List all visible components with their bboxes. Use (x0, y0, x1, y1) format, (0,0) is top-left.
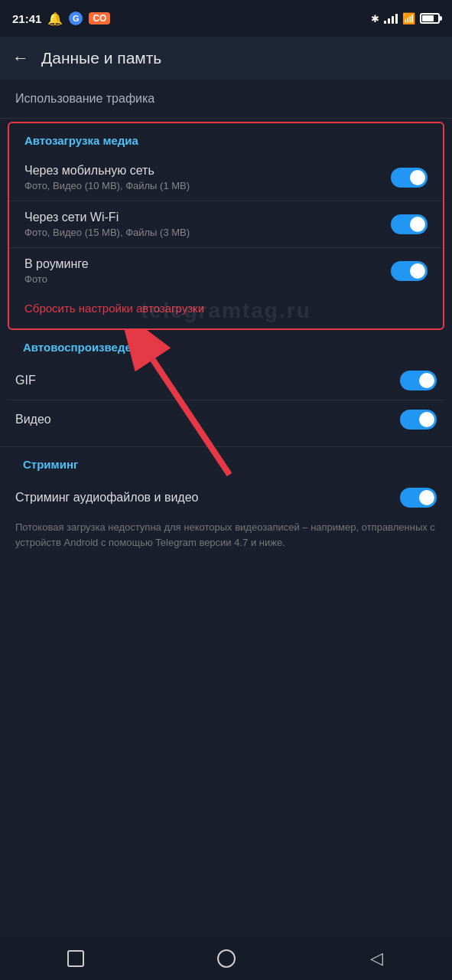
home-button[interactable] (207, 947, 246, 970)
status-bar: 21:41 🔔 G CO ✱ 📶 (0, 0, 452, 37)
streaming-row[interactable]: Стриминг аудиофайлов и видео (8, 479, 444, 517)
notification-bell-icon: 🔔 (47, 11, 63, 26)
roaming-desc: Фото (24, 273, 382, 285)
recent-apps-button[interactable] (57, 947, 95, 970)
roaming-toggle[interactable] (391, 261, 428, 281)
video-info: Видео (15, 413, 400, 426)
back-nav-icon: ◁ (370, 949, 383, 969)
battery-icon (420, 13, 440, 24)
streaming-section: Стриминг Стриминг аудиофайлов и видео По… (0, 455, 452, 562)
roaming-row[interactable]: В роуминге Фото (9, 248, 443, 294)
navigation-bar: ◁ (0, 937, 452, 980)
gif-row[interactable]: GIF (8, 361, 444, 400)
streaming-info: Стриминг аудиофайлов и видео (15, 491, 400, 505)
mobile-network-row[interactable]: Через мобильную сеть Фото, Видео (10 MB)… (9, 155, 443, 201)
wifi-toggle[interactable] (391, 214, 428, 234)
roaming-info: В роуминге Фото (24, 257, 391, 285)
back-button[interactable]: ← (12, 48, 29, 68)
wifi-info: Через сети Wi-Fi Фото, Видео (15 MB), Фа… (24, 211, 391, 238)
wifi-row[interactable]: Через сети Wi-Fi Фото, Видео (15 MB), Фа… (9, 201, 443, 247)
wifi-icon: 📶 (402, 12, 415, 24)
gif-title: GIF (15, 374, 391, 387)
status-left: 21:41 🔔 G CO (12, 11, 110, 26)
traffic-label: Использование трафика (15, 92, 154, 105)
google-icon: G (69, 11, 83, 25)
streaming-title: Стриминг аудиофайлов и видео (15, 491, 391, 505)
wifi-desc: Фото, Видео (15 MB), Файлы (3 MB) (24, 227, 382, 238)
page-title: Данные и памть (41, 49, 161, 67)
mobile-network-title: Через мобильную сеть (24, 164, 382, 178)
autodownload-section: Автозагрузка медиа Через мобильную сеть … (8, 122, 444, 330)
gif-toggle[interactable] (400, 371, 437, 390)
autodownload-header: Автозагрузка медиа (9, 131, 443, 155)
time-display: 21:41 (12, 12, 41, 25)
streaming-toggle[interactable] (400, 488, 437, 508)
autoplay-header: Автовоспроизведение (8, 338, 444, 361)
content-area: Использование трафика Автозагрузка медиа… (0, 80, 452, 562)
home-icon (217, 949, 236, 968)
streaming-header: Стриминг (8, 455, 444, 479)
signal-icon (384, 13, 398, 24)
co-badge: CO (89, 12, 110, 24)
top-bar: ← Данные и памть (0, 37, 452, 80)
mobile-network-toggle[interactable] (391, 168, 428, 188)
video-row[interactable]: Видео (8, 400, 444, 439)
divider-5 (0, 446, 452, 447)
bluetooth-icon: ✱ (371, 13, 379, 24)
recent-apps-icon (67, 950, 84, 967)
status-right: ✱ 📶 (371, 12, 440, 24)
streaming-note: Потоковая загрузка недоступна для некото… (8, 517, 444, 562)
back-nav-button[interactable]: ◁ (358, 947, 396, 970)
wifi-title: Через сети Wi-Fi (24, 211, 382, 224)
autoplay-section: Автовоспроизведение GIF Видео (0, 338, 452, 439)
roaming-title: В роуминге (24, 257, 382, 271)
video-toggle[interactable] (400, 410, 437, 430)
mobile-network-info: Через мобильную сеть Фото, Видео (10 MB)… (24, 164, 391, 191)
video-title: Видео (15, 413, 391, 426)
traffic-usage-item[interactable]: Использование трафика (0, 80, 452, 118)
reset-autodownload-button[interactable]: Сбросить настройки автозагрузки (9, 294, 443, 325)
mobile-network-desc: Фото, Видео (10 MB), Файлы (1 MB) (24, 180, 382, 191)
gif-info: GIF (15, 374, 400, 387)
divider-1 (0, 118, 452, 119)
